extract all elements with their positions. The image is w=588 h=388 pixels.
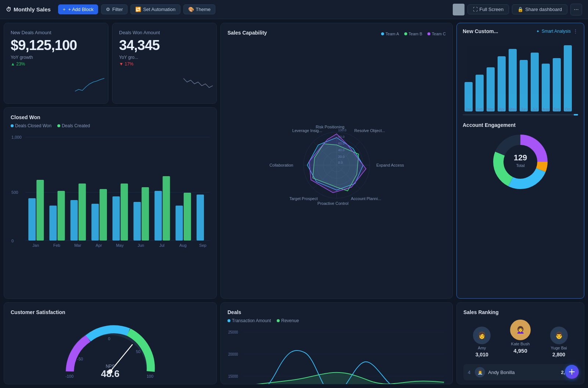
account-engagement-donut: 129 Total [491,132,550,191]
svg-rect-72 [121,184,128,241]
svg-text:25000: 25000 [228,330,238,334]
svg-text:500: 500 [11,190,18,195]
filter-icon: ⚙ [106,7,110,12]
new-customer-bar-chart: Jan Feb Mar Apr May Jun Jul Aug Sep Oct [463,38,578,111]
yuge-avatar: 👨 [550,327,568,344]
nps-gauge: -100 100 -50 50 0 NPS 48.6 [59,318,162,381]
svg-text:50: 50 [136,349,140,354]
svg-text:Target Prospect: Target Prospect [289,196,318,201]
add-block-button[interactable]: + + Add Block [58,4,98,14]
svg-text:May: May [509,107,516,111]
deals-legend: Transaction Amount Revenue [227,318,446,323]
svg-rect-32 [487,67,495,111]
new-deals-label: New Deals Amount [11,30,101,35]
chart-scroll-indicator[interactable] [574,114,578,115]
deals-won-card: Deals Won Amount 34,345 YoY gro... ▼ 17% [112,23,217,104]
svg-text:Jun: Jun [137,243,144,248]
svg-text:Jul: Jul [533,107,537,111]
rank4-number: 4 [468,370,470,375]
svg-rect-63 [28,198,36,241]
kate-name: Kate Bush [511,342,530,346]
app-title: ⏱ Monthly Sales [6,6,51,13]
sales-ranking-card: Sales Ranking 👩 Amy 3,010 👩‍🦱 Kate Bush … [456,302,584,384]
svg-text:Collaboration: Collaboration [269,163,293,167]
svg-text:Mar: Mar [487,107,494,111]
ranking-person-amy: 👩 Amy 3,010 [473,327,491,357]
svg-rect-77 [176,206,183,241]
svg-text:0: 0 [108,337,110,341]
new-deals-growth-label: YoY growth [11,55,101,60]
smart-analysis-label: Smart Analysis [542,29,571,34]
svg-text:Jan: Jan [32,243,39,248]
svg-text:-50: -50 [77,357,83,361]
svg-text:0: 0 [11,239,14,243]
row1-left: New Deals Amount $9,125,100 YoY growth ▲… [4,23,217,104]
svg-rect-30 [465,82,473,111]
svg-rect-66 [57,191,65,241]
svg-text:May: May [116,243,124,248]
deals-won-label: Deals Won Amount [119,30,210,35]
sales-ranking-title: Sales Ranking [463,309,577,315]
svg-rect-79 [197,195,204,241]
svg-rect-76 [163,176,170,241]
deals-title: Deals [227,309,241,315]
ranking-person-yuge: 👨 Yuge Bai 2,800 [550,327,568,357]
set-automation-button[interactable]: 🔁 Set Automation [130,4,180,14]
svg-text:Oct: Oct [565,107,571,111]
theme-icon: 🎨 [188,7,194,12]
closed-won-bar-chart: 1,000 500 0 [11,132,210,250]
svg-text:Apr: Apr [96,243,102,248]
svg-text:1,000: 1,000 [11,135,22,139]
svg-text:48.6: 48.6 [101,368,120,379]
theme-button[interactable]: 🎨 Theme [183,4,215,14]
new-customer-more-icon[interactable]: ⋮ [573,28,578,34]
svg-text:Jul: Jul [159,243,164,248]
new-customer-card: New Custom... ✦ Smart Analysis ⋮ [456,23,584,299]
andy-avatar: 👨‍💼 [475,367,485,377]
andy-name: Andy Bonilla [488,370,558,375]
ranking-top3: 👩 Amy 3,010 👩‍🦱 Kate Bush 4,950 👨 Yuge B… [463,320,577,361]
svg-rect-65 [49,206,57,241]
closed-won-card: Closed Won Deals Closed Won Deals Create… [4,107,217,299]
svg-text:15000: 15000 [228,374,238,378]
deals-card: Deals Transaction Amount Revenue 25000 2… [220,302,453,384]
new-deals-growth-value: ▲ 23% [11,61,101,67]
customer-satisfaction-title: Customer Satisfaction [11,309,210,315]
svg-text:Proactive Control: Proactive Control [318,201,348,206]
ranking-person-kate: 👩‍🦱 Kate Bush 4,950 [510,320,531,354]
svg-text:20000: 20000 [228,352,238,356]
svg-text:Feb: Feb [476,107,483,111]
account-engagement-section: Account Engagement 129 Total [457,117,584,191]
more-options-button[interactable]: ··· [570,4,582,15]
share-dashboard-button[interactable]: 🔒 Share dashboard [512,4,567,14]
automation-icon: 🔁 [135,7,141,12]
svg-rect-71 [112,196,120,241]
kate-value: 4,950 [513,348,527,354]
deals-won-sparkline [183,76,213,95]
svg-rect-34 [509,49,517,111]
fab-button[interactable] [565,365,579,379]
svg-rect-37 [542,64,550,111]
svg-rect-68 [79,184,86,241]
svg-text:-100: -100 [65,374,74,378]
svg-text:Resolve Object...: Resolve Object... [354,128,385,133]
radar-chart: 100.0 80.0 60.0 40.0 20.0 0.0 Risk Posit… [267,84,406,246]
full-screen-button[interactable]: ⛶ Full Screen [467,4,509,14]
svg-text:100: 100 [147,374,153,378]
svg-rect-31 [476,75,484,111]
svg-rect-64 [36,180,44,241]
main-grid: New Deals Amount $9,125,100 YoY growth ▲… [0,19,588,388]
svg-rect-67 [71,200,78,241]
svg-rect-36 [531,53,539,111]
yuge-value: 2,800 [552,352,565,357]
kate-avatar: 👩‍🦱 [510,320,531,340]
filter-button[interactable]: ⚙ Filter [101,4,128,14]
svg-text:Jan: Jan [466,107,472,111]
svg-text:Sep: Sep [199,243,207,248]
account-engagement-title: Account Engagement [463,122,578,128]
amy-avatar: 👩 [473,327,491,344]
svg-text:Jun: Jun [521,107,527,111]
svg-text:Leverage Insig...: Leverage Insig... [292,128,322,133]
svg-text:129: 129 [514,153,527,162]
ranking-row-4: 4 👨‍💼 Andy Bonilla 2,610 [463,364,577,380]
